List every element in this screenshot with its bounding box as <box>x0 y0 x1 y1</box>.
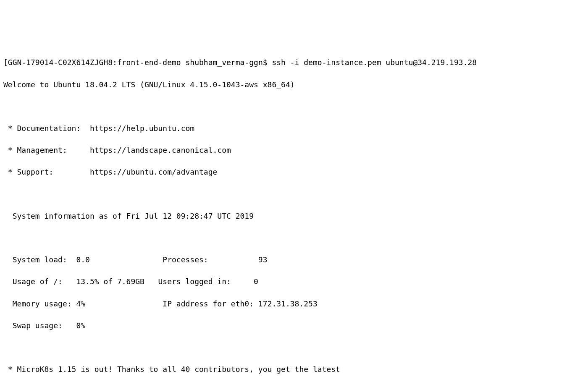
blank-line <box>3 101 585 112</box>
local-cwd: front-end-demo <box>117 58 181 67</box>
microk8s-line-1: * MicroK8s 1.15 is out! Thanks to all 40… <box>3 364 585 375</box>
local-hostname: GGN-179014-C02X614ZJGH8 <box>8 58 113 67</box>
support-link-line: * Support: https://ubuntu.com/advantage <box>3 167 585 178</box>
support-label: * Support: <box>3 167 90 176</box>
support-url: https://ubuntu.com/advantage <box>90 167 217 176</box>
blank-line <box>3 189 585 200</box>
bracket-open: [ <box>3 58 8 67</box>
mgmt-url: https://landscape.canonical.com <box>90 146 231 154</box>
sysinfo-row-3: Memory usage: 4% IP address for eth0: 17… <box>3 298 585 309</box>
sysinfo-row-4: Swap usage: 0% <box>3 320 585 331</box>
doc-url: https://help.ubuntu.com <box>90 124 194 133</box>
mgmt-label: * Management: <box>3 146 90 154</box>
ssh-command: ssh -i demo-instance.pem ubuntu@34.219.1… <box>272 58 477 67</box>
colon: : <box>113 58 117 67</box>
local-user: shubham_verma-ggn <box>186 58 263 67</box>
sysinfo-row-2: Usage of /: 13.5% of 7.69GB Users logged… <box>3 276 585 287</box>
blank-line <box>3 233 585 243</box>
sysinfo-row-1: System load: 0.0 Processes: 93 <box>3 254 585 265</box>
welcome-line: Welcome to Ubuntu 18.04.2 LTS (GNU/Linux… <box>3 79 585 90</box>
blank-line <box>3 342 585 353</box>
doc-link-line: * Documentation: https://help.ubuntu.com <box>3 123 585 134</box>
sysinfo-header: System information as of Fri Jul 12 09:2… <box>3 211 585 222</box>
mgmt-link-line: * Management: https://landscape.canonica… <box>3 145 585 156</box>
doc-label: * Documentation: <box>3 124 90 133</box>
terminal-output[interactable]: [GGN-179014-C02X614ZJGH8:front-end-demo … <box>3 46 585 387</box>
local-prompt-line: [GGN-179014-C02X614ZJGH8:front-end-demo … <box>3 57 585 68</box>
dollar-sign: $ <box>263 58 272 67</box>
